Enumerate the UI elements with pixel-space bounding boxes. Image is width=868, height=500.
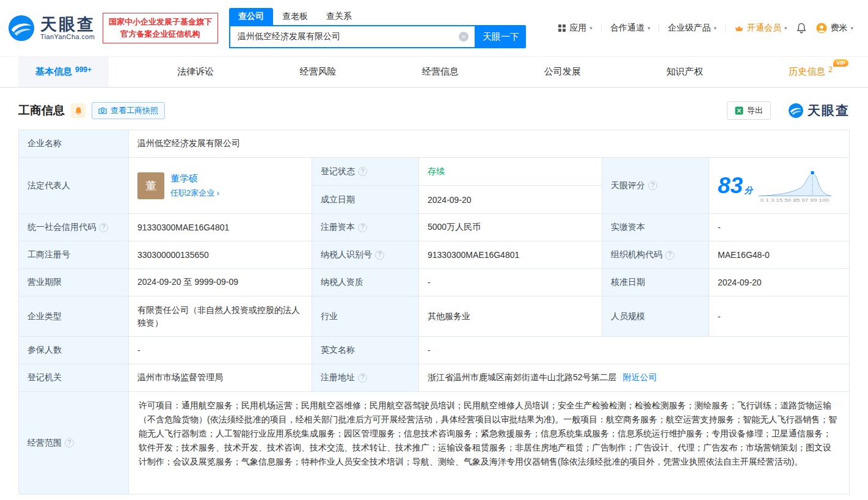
cell-label-reg-authority: 登记机关: [19, 364, 129, 392]
cell-value-credit-code: 91330300MAE16G4801: [129, 214, 312, 241]
cell-label-staff-size: 人员规模: [602, 296, 709, 337]
help-icon[interactable]: ?: [65, 438, 74, 447]
camera-icon: [98, 107, 107, 114]
tianyancha-logo-icon: [788, 103, 804, 119]
search-tab-boss[interactable]: 查老板: [273, 8, 317, 25]
help-icon[interactable]: ?: [665, 251, 674, 260]
cell-value-establish-date: 2024-09-20: [419, 186, 602, 214]
cell-label-org-code: 组织机构代码 ?: [602, 241, 709, 269]
cell-value-taxpayer-id: 91330300MAE16G4801: [419, 241, 602, 269]
cell-label-insured: 参保人数: [19, 337, 129, 364]
nav-cooperation[interactable]: 合作通道 ▾: [609, 23, 652, 34]
certification-badge-line1: 国家中小企业发展子基金旗下: [109, 16, 212, 28]
clear-search-icon[interactable]: ×: [459, 32, 469, 42]
chevron-down-icon: ▾: [589, 25, 593, 31]
nav-divider: [725, 24, 726, 32]
cell-value-english-name: -: [419, 337, 850, 364]
tab-operation-risk[interactable]: 经营风险: [282, 57, 353, 87]
tianyancha-watermark: 天眼查: [788, 102, 850, 119]
nav-divider: [658, 24, 659, 32]
top-nav: 应用 ▾ 合作通道 ▾ 企业级产品 ▾ 开通会员 ▾: [556, 23, 855, 34]
export-button[interactable]: 导出: [727, 101, 771, 120]
cell-label-reg-capital: 注册资本 ?: [312, 214, 419, 241]
nav-apps[interactable]: 应用 ▾: [556, 23, 594, 34]
subscribe-bell-icon[interactable]: [71, 103, 86, 118]
cell-value-tyc-score[interactable]: 83分 0 1 3 15 50 85 97 99 100: [709, 158, 850, 214]
search-button[interactable]: 天眼一下: [476, 25, 526, 48]
cell-value-industry: 其他服务业: [419, 296, 602, 337]
search-input[interactable]: [230, 26, 475, 47]
snapshot-button[interactable]: 查看工商快照: [92, 102, 165, 119]
company-section-tabs: 基本信息 999+ 法律诉讼 经营风险 经营信息 公司发展 知识产权 历史信息 …: [0, 56, 868, 88]
user-avatar-icon: [816, 23, 827, 34]
search-box: ×: [229, 25, 476, 48]
logo-domain-text: TianYanCha.com: [40, 33, 95, 40]
cell-value-company-type: 有限责任公司（非自然人投资或控股的法人独资）: [129, 296, 312, 337]
cell-value-company-name: 温州低空经济发展有限公司: [129, 130, 850, 158]
tab-legal-litigation[interactable]: 法律诉讼: [160, 57, 231, 87]
topbar: 天眼查 TianYanCha.com 国家中小企业发展子基金旗下 官方备案企业征…: [0, 0, 868, 56]
help-icon[interactable]: ?: [358, 223, 367, 232]
help-icon[interactable]: ?: [358, 373, 367, 383]
cell-label-english-name: 英文名称: [312, 337, 419, 364]
cell-value-reg-status: 存续: [419, 158, 602, 186]
logo-brand-text: 天眼查: [40, 16, 95, 33]
cell-value-staff-size: -: [709, 296, 850, 337]
vip-badge: VIP: [833, 59, 848, 67]
tianyancha-logo[interactable]: 天眼查 TianYanCha.com: [7, 14, 95, 42]
nav-user[interactable]: 费米 ▾: [815, 23, 855, 34]
legal-rep-companies-link[interactable]: 任职2家企业 ›: [170, 188, 219, 199]
cell-label-company-type: 企业类型: [19, 296, 129, 337]
cell-label-approval-date: 核准日期: [602, 269, 709, 296]
cell-label-business-scope: 经营范围 ?: [19, 392, 129, 494]
cell-label-reg-status: 登记状态 ?: [312, 158, 419, 186]
cell-label-industry: 行业: [312, 296, 419, 337]
help-icon[interactable]: ?: [99, 223, 108, 232]
excel-icon: [735, 106, 743, 115]
search-tab-company[interactable]: 查公司: [229, 8, 273, 25]
nav-notifications[interactable]: [795, 23, 808, 34]
chevron-down-icon: ▾: [784, 25, 787, 31]
search-area: 查公司 查老板 查关系 × 天眼一下: [229, 8, 526, 48]
cell-label-reg-address: 注册地址 ?: [312, 364, 419, 392]
crown-icon: [734, 24, 744, 32]
cell-value-reg-authority: 温州市市场监督管理局: [129, 364, 312, 392]
help-icon[interactable]: ?: [358, 167, 367, 176]
help-icon[interactable]: ?: [648, 181, 657, 190]
tab-basic-info[interactable]: 基本信息 999+: [18, 57, 109, 87]
help-icon[interactable]: ?: [375, 251, 384, 260]
cell-label-reg-number: 工商注册号: [19, 241, 129, 269]
cell-label-taxpayer-id: 纳税人识别号 ?: [312, 241, 419, 269]
chevron-down-icon: ▾: [647, 25, 651, 31]
chevron-down-icon: ▾: [713, 25, 717, 31]
bell-icon: [797, 23, 806, 34]
legal-rep-name-link[interactable]: 董学硕: [170, 173, 219, 185]
nav-enterprise-products[interactable]: 企业级产品 ▾: [666, 23, 718, 34]
score-value: 83分: [718, 173, 753, 199]
tab-badge: 999+: [75, 65, 92, 74]
search-tabs: 查公司 查老板 查关系: [229, 8, 526, 25]
cell-label-establish-date: 成立日期: [312, 186, 419, 214]
cell-label-business-term: 营业期限: [19, 269, 129, 296]
cell-value-business-scope: 许可项目：通用航空服务；民用机场运营；民用航空器维修；民用航空器驾驶员培训；民用…: [129, 392, 850, 494]
cell-value-approval-date: 2024-09-20: [709, 269, 850, 296]
cell-value-insured: -: [129, 337, 312, 364]
tab-history-info[interactable]: 历史信息 2 VIP: [771, 57, 850, 87]
score-axis-labels: 0 1 3 15 50 85 97 99 100: [760, 198, 830, 202]
cell-label-legal-rep: 法定代表人: [19, 158, 129, 214]
tab-company-development[interactable]: 公司发展: [527, 57, 598, 87]
nearby-companies-link[interactable]: 附近公司: [623, 372, 657, 383]
nav-divider: [601, 24, 602, 32]
cell-value-legal-rep: 董 董学硕 任职2家企业 ›: [129, 158, 312, 214]
section-title: 工商信息: [18, 103, 65, 119]
tab-operation-info[interactable]: 经营信息: [405, 57, 476, 87]
tab-badge: 2: [828, 65, 833, 74]
tab-intellectual-property[interactable]: 知识产权: [649, 57, 720, 87]
search-tab-relation[interactable]: 查关系: [317, 8, 361, 25]
cell-label-taxpayer-quality: 纳税人资质: [312, 269, 419, 296]
nav-open-vip[interactable]: 开通会员 ▾: [733, 23, 789, 34]
cell-value-taxpayer-quality: -: [419, 269, 602, 296]
business-info-table: 企业名称 温州低空经济发展有限公司 法定代表人 董 董学硕 任职2家企业 › 登…: [18, 130, 850, 494]
certification-badge: 国家中小企业发展子基金旗下 官方备案企业征信机构: [103, 13, 218, 43]
legal-rep-avatar[interactable]: 董: [137, 172, 164, 199]
